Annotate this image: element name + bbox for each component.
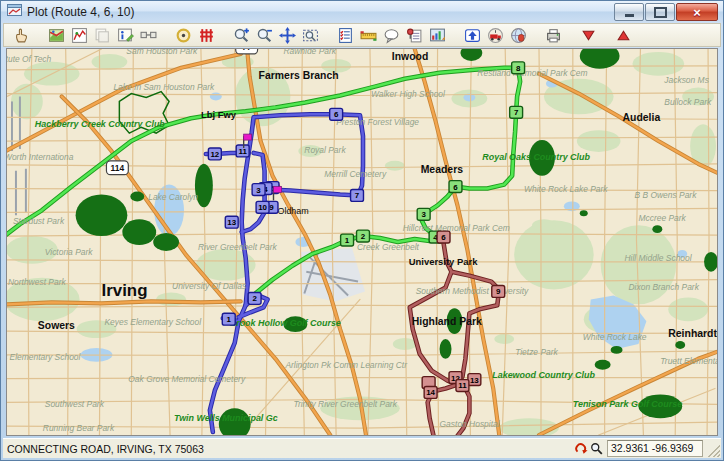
close-button[interactable]: ×	[676, 3, 718, 21]
print-icon	[545, 27, 562, 44]
stop-up-icon	[615, 27, 632, 44]
green-route-stop-number: 6	[453, 183, 458, 192]
park-area	[385, 161, 405, 171]
map-label: B B Owens Park	[634, 190, 697, 200]
grid-barrier-button[interactable]	[195, 25, 218, 45]
copy-button[interactable]	[91, 25, 114, 45]
print-button[interactable]	[542, 25, 565, 45]
map-label: Highland Park	[412, 316, 482, 327]
blue-route-stop-number: 13	[227, 218, 236, 227]
minimize-button[interactable]	[614, 3, 644, 21]
maroon-route-stop-number: 6	[441, 233, 446, 242]
map-label: River Greenbelt Park	[198, 242, 278, 252]
pan-button[interactable]	[276, 25, 299, 45]
report-icon	[337, 27, 354, 44]
blue-route-stop-number: 7	[355, 191, 360, 200]
edit-info-button[interactable]	[114, 25, 137, 45]
measure-button[interactable]	[357, 25, 380, 45]
toolbar	[3, 23, 721, 47]
map-label: University Park	[409, 256, 478, 267]
map-label: Meaders	[421, 164, 464, 175]
forest-area	[130, 192, 144, 202]
highway-shield-label: 114	[111, 163, 125, 173]
blue-route-stop-number: 11	[238, 147, 247, 156]
park-area	[156, 292, 186, 306]
select-tool-button[interactable]	[10, 25, 33, 45]
point-select-button[interactable]	[172, 25, 195, 45]
highway-shield-label: 77	[242, 49, 252, 52]
map-canvas[interactable]: Institute Of TechSam Houston ParkRawhide…	[6, 48, 718, 436]
select-tool-icon	[13, 27, 30, 44]
zoom-out-icon	[256, 27, 273, 44]
forest-area	[76, 194, 128, 236]
park-area	[577, 130, 621, 152]
flag-icon	[244, 134, 252, 140]
profile-plot-icon	[71, 27, 88, 44]
measure-icon	[360, 27, 377, 44]
map-overview-button[interactable]	[45, 25, 68, 45]
status-bar: CONNECTING ROAD, IRVING, TX 75063 32.936…	[3, 438, 721, 458]
blue-route-stop-number: 10	[258, 203, 267, 212]
zoom-in-button[interactable]	[230, 25, 253, 45]
map-label: Keyes Elementary School	[104, 317, 202, 327]
map-label: Institute Of Tech	[7, 54, 52, 64]
send-upload-icon	[464, 27, 481, 44]
send-upload-button[interactable]	[461, 25, 484, 45]
minimize-icon	[625, 14, 634, 17]
zoom-out-button[interactable]	[253, 25, 276, 45]
point-select-icon	[175, 27, 192, 44]
maximize-button[interactable]	[645, 3, 675, 21]
map-label: White Rock Lake Park	[524, 184, 608, 194]
refresh-icon[interactable]	[573, 441, 589, 457]
edit-info-icon	[117, 27, 134, 44]
globe-select-button[interactable]	[507, 25, 530, 45]
green-route-stop-number: 7	[514, 108, 519, 117]
park-area	[11, 84, 43, 120]
pushpin-icon	[406, 27, 423, 44]
maroon-route-stop-number: 9	[496, 287, 501, 296]
map-label: Jackson Ms	[663, 75, 709, 85]
map-label: Mccree Park	[638, 213, 686, 223]
forest-area	[122, 219, 156, 245]
map-label: Restland Memorial Park Cem	[477, 68, 587, 78]
map-label: Hill Middle School	[625, 253, 693, 263]
map-label: Irving	[101, 281, 147, 300]
link-button[interactable]	[137, 25, 160, 45]
map-label: Preston Forest Village	[336, 117, 419, 127]
map-label: University Of Dallas	[172, 281, 247, 291]
label-balloon-icon	[383, 27, 400, 44]
vehicle-time-icon	[487, 27, 504, 44]
profile-plot-button[interactable]	[68, 25, 91, 45]
map-label: Trinity River Greenbelt Park	[293, 399, 397, 409]
map-label: Royal Park	[304, 145, 346, 155]
map-label: Lakewood Country Club	[492, 370, 595, 380]
stop-up-button[interactable]	[612, 25, 635, 45]
legend-chart-button[interactable]	[426, 25, 449, 45]
zoom-window-icon	[302, 27, 319, 44]
vehicle-time-button[interactable]	[484, 25, 507, 45]
stop-down-button[interactable]	[577, 25, 600, 45]
report-button[interactable]	[334, 25, 357, 45]
map-label: Stardust Park	[13, 216, 65, 226]
maroon-route-stop-number: 14	[426, 388, 435, 397]
map-label: White Rock Lake	[583, 332, 647, 342]
link-icon	[140, 27, 157, 44]
map-label: Sam Houston Park	[126, 49, 198, 56]
map-label: Twin Wells Municipal Gc	[174, 413, 278, 423]
maroon-route-stop-number: 11	[458, 381, 467, 390]
title-bar[interactable]: Plot (Route 4, 6, 10) ×	[1, 1, 723, 23]
label-balloon-button[interactable]	[380, 25, 403, 45]
map-label: Sowers	[38, 320, 75, 331]
map-label: Ft Worth Internationa	[7, 152, 74, 162]
zoom-window-button[interactable]	[299, 25, 322, 45]
map-label: Tenison Park Golf Course	[573, 399, 682, 409]
pushpin-button[interactable]	[403, 25, 426, 45]
resize-grip[interactable]	[708, 445, 720, 457]
map-label: Creek Greenbelt	[357, 242, 420, 252]
magnifier-icon[interactable]	[589, 441, 605, 457]
map-label: Merrill Cemetery	[324, 169, 387, 179]
map-label: Davis Elementary School	[7, 352, 82, 362]
park-area	[514, 220, 594, 289]
green-route-stop-number: 1	[345, 236, 350, 245]
plot-window: Plot (Route 4, 6, 10) ×	[0, 0, 724, 461]
